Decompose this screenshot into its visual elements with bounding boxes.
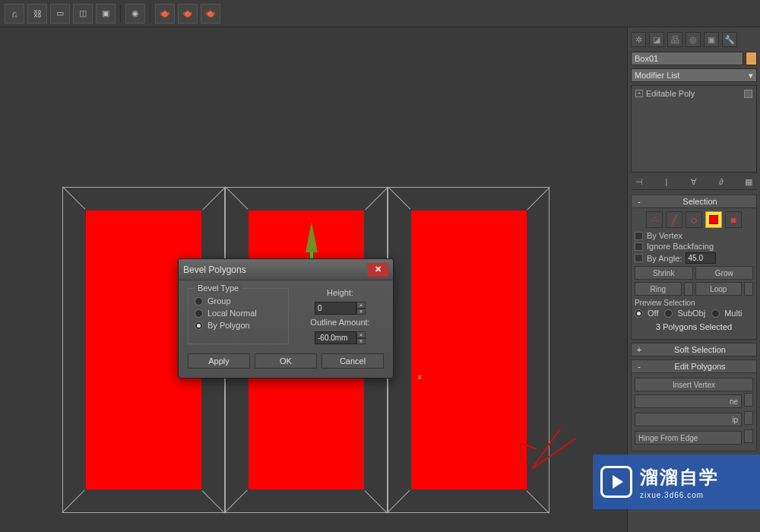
bevel-polygons-dialog: Bevel Polygons ✕ Bevel Type Group Local … [178, 258, 394, 378]
radio-local-label: Local Normal [207, 309, 257, 318]
bevel-type-legend: Bevel Type [195, 283, 242, 293]
loop-spinner-icon[interactable] [744, 282, 753, 296]
preview-subobj-radio[interactable]: SubObj [664, 309, 705, 318]
subobj-polygon-icon[interactable] [705, 211, 722, 228]
ignore-backfacing-checkbox[interactable]: Ignore Backfacing [635, 242, 753, 251]
rollout-expand-icon[interactable]: + [635, 345, 644, 354]
show-end-icon[interactable]: | [661, 177, 672, 188]
spin-down-icon[interactable]: ▼ [356, 338, 366, 345]
shrink-button[interactable]: Shrink [635, 266, 693, 280]
outline-input[interactable] [315, 331, 356, 344]
preview-off-label: Off [648, 309, 658, 318]
close-icon[interactable]: ✕ [367, 263, 388, 277]
preview-off-radio[interactable]: Off [635, 309, 658, 318]
by-angle-label: By Angle: [647, 254, 682, 263]
ne-button[interactable]: ne [635, 394, 742, 408]
outline-label: Outline Amount: [310, 318, 369, 327]
ignore-backfacing-label: Ignore Backfacing [647, 242, 714, 251]
utilities-tab-icon[interactable]: 🔧 [722, 32, 737, 47]
modifier-list-dropdown[interactable]: Modifier List ▾ [631, 68, 757, 82]
by-vertex-checkbox[interactable]: By Vertex [635, 231, 753, 240]
modifier-stack-item[interactable]: + Editable Poly [634, 88, 754, 99]
spin-up-icon[interactable]: ▲ [356, 331, 366, 338]
toolbar-separator [120, 5, 121, 23]
dialog-titlebar[interactable]: Bevel Polygons ✕ [179, 259, 393, 280]
modifier-visibility-icon[interactable] [744, 90, 752, 98]
tool-link-icon[interactable]: ⛓ [27, 4, 47, 24]
spin-down-icon[interactable]: ▼ [356, 309, 366, 315]
configure-icon[interactable]: ▦ [743, 177, 754, 188]
hierarchy-tab-icon[interactable]: 品 [667, 32, 682, 47]
modifier-stack[interactable]: + Editable Poly [631, 85, 757, 173]
ip-button[interactable]: ip [635, 413, 742, 426]
radio-group[interactable]: Group [195, 296, 282, 306]
settings-icon[interactable] [744, 429, 753, 443]
settings-icon[interactable] [744, 411, 753, 425]
spin-up-icon[interactable]: ▲ [356, 302, 366, 309]
hinge-from-edge-button[interactable]: Hinge From Edge [635, 431, 742, 445]
settings-icon[interactable] [744, 393, 753, 407]
subobj-vertex-icon[interactable]: ∴ [646, 211, 663, 228]
tool-teapot1-icon[interactable]: 🫖 [155, 4, 175, 24]
selection-status: 3 Polygons Selected [635, 322, 753, 331]
height-input[interactable] [315, 302, 356, 315]
outline-spinner[interactable]: ▲▼ [315, 331, 366, 344]
tool-teapot2-icon[interactable]: 🫖 [178, 4, 198, 24]
ring-spinner-icon[interactable] [684, 282, 693, 296]
by-vertex-label: By Vertex [647, 231, 682, 240]
stack-tools: ⊣ | ∀ ∂ ▦ [631, 176, 757, 190]
make-unique-icon[interactable]: ∀ [689, 177, 699, 188]
by-angle-input[interactable] [686, 252, 716, 264]
command-panel-tabs: ✲ ◪ 品 ◎ ▣ 🔧 [631, 30, 757, 49]
motion-tab-icon[interactable]: ◎ [686, 32, 701, 47]
cancel-button[interactable]: Cancel [321, 353, 384, 369]
grow-button[interactable]: Grow [695, 266, 754, 280]
annotation-arrowhead [520, 443, 521, 460]
dialog-title-text: Bevel Polygons [183, 264, 246, 275]
tool-material-icon[interactable]: ◉ [125, 4, 145, 24]
subobj-element-icon[interactable]: ◙ [725, 211, 742, 228]
by-angle-checkbox[interactable]: By Angle: [635, 252, 753, 264]
preview-selection-label: Preview Selection [635, 299, 753, 307]
expand-icon[interactable]: + [635, 90, 643, 97]
watermark-logo: 溜溜自学 zixue.3d66.com [593, 454, 760, 509]
selection-rollout: ∴ ╱ ◇ ◙ By Vertex Ignore Backfacing By A… [631, 208, 757, 340]
insert-vertex-button[interactable]: Insert Vertex [635, 378, 753, 391]
apply-button[interactable]: Apply [188, 353, 250, 369]
display-tab-icon[interactable]: ▣ [704, 32, 719, 47]
modifier-name: Editable Poly [646, 89, 695, 98]
play-icon [600, 466, 632, 498]
rollout-collapse-icon[interactable]: - [635, 362, 644, 371]
soft-selection-rollout-header[interactable]: + Soft Selection [631, 343, 757, 356]
radio-group-label: Group [207, 296, 231, 306]
remove-mod-icon[interactable]: ∂ [716, 177, 727, 188]
rollout-collapse-icon[interactable]: - [635, 197, 644, 206]
tool-teapot3-icon[interactable]: 🫖 [201, 4, 220, 24]
height-spinner[interactable]: ▲▼ [315, 302, 366, 315]
soft-selection-title: Soft Selection [647, 345, 753, 354]
pin-stack-icon[interactable]: ⊣ [634, 177, 644, 188]
create-tab-icon[interactable]: ✲ [631, 32, 646, 47]
edit-polygons-rollout-header[interactable]: - Edit Polygons [631, 359, 757, 373]
watermark-url: zixue.3d66.com [640, 491, 719, 499]
object-color-swatch[interactable] [746, 52, 757, 65]
tool-undo-icon[interactable]: ⎌ [5, 4, 24, 24]
object-name-input[interactable] [631, 52, 743, 65]
chevron-down-icon: ▾ [749, 71, 753, 81]
preview-multi-radio[interactable]: Multi [711, 309, 742, 318]
radio-local-normal[interactable]: Local Normal [195, 309, 282, 318]
selection-rollout-header[interactable]: - Selection [631, 195, 757, 208]
preview-subobj-label: SubObj [677, 309, 705, 318]
ok-button[interactable]: OK [255, 353, 317, 369]
tool-region-icon[interactable]: ◫ [73, 4, 93, 24]
tool-select-icon[interactable]: ▭ [50, 4, 70, 24]
ring-button[interactable]: Ring [635, 282, 682, 296]
tool-window-icon[interactable]: ▣ [96, 4, 116, 24]
modify-tab-icon[interactable]: ◪ [649, 32, 664, 47]
radio-by-polygon[interactable]: By Polygon [195, 321, 282, 330]
subobj-edge-icon[interactable]: ╱ [666, 211, 682, 228]
loop-button[interactable]: Loop [695, 282, 743, 296]
subobj-border-icon[interactable]: ◇ [686, 211, 702, 228]
polygon-selected-3[interactable] [411, 211, 527, 489]
preview-multi-label: Multi [724, 309, 742, 318]
